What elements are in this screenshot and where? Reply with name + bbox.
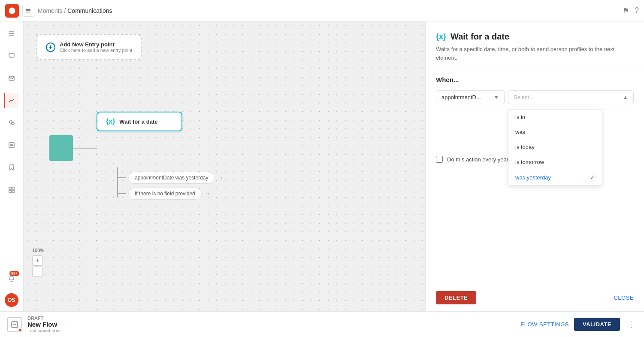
canvas-area[interactable]: + Add New Entry point Click here to add … bbox=[24, 21, 425, 311]
sidebar-item-bookmarks[interactable] bbox=[4, 160, 19, 175]
svg-rect-16 bbox=[9, 190, 11, 192]
svg-rect-14 bbox=[9, 187, 11, 189]
panel-title-text: Wait for a date bbox=[450, 32, 509, 42]
branch-arrow-2: → bbox=[204, 190, 210, 197]
right-panel: {x} Wait for a date Waits for a specific… bbox=[425, 21, 644, 311]
when-condition-row: appointmentD... ▼ Select... ▲ is in bbox=[436, 90, 634, 104]
panel-title: {x} Wait for a date bbox=[436, 32, 634, 42]
select-placeholder: Select... bbox=[514, 94, 534, 100]
dropdown-item-is-tomorrow[interactable]: is tomorrow bbox=[508, 155, 602, 170]
main-layout: 99+ DS + Add New Entry point Click here … bbox=[0, 21, 644, 311]
dropdown-menu: is in was is today is tomorrow was yeste bbox=[508, 109, 602, 185]
branch-row-1: appointmentDate was yesterday → bbox=[117, 172, 223, 184]
sidebar-item-segments[interactable] bbox=[4, 115, 19, 131]
sidebar-item-email[interactable] bbox=[4, 70, 19, 86]
breadcrumb: Moments / Communications bbox=[38, 7, 112, 14]
zoom-in-button[interactable]: + bbox=[32, 255, 42, 266]
svg-rect-7 bbox=[9, 53, 14, 57]
node-label: Wait for a date bbox=[119, 118, 157, 125]
svg-rect-8 bbox=[9, 76, 14, 80]
branch-arrow-1: → bbox=[217, 174, 223, 181]
more-options-button[interactable]: ⋮ bbox=[625, 319, 637, 331]
active-indicator bbox=[4, 93, 5, 108]
svg-rect-11 bbox=[9, 143, 14, 148]
flag-icon[interactable]: ⚑ bbox=[623, 6, 629, 15]
sidebar: 99+ DS bbox=[0, 21, 24, 311]
help-icon[interactable]: ? bbox=[635, 6, 639, 15]
svg-rect-17 bbox=[12, 190, 14, 192]
select-dropdown-trigger[interactable]: Select... ▲ bbox=[508, 90, 634, 104]
connector-line bbox=[73, 148, 97, 149]
bottom-right-actions: FLOW SETTINGS VALIDATE ⋮ bbox=[520, 318, 637, 331]
field-dropdown[interactable]: appointmentD... ▼ bbox=[436, 90, 505, 104]
when-label: When... bbox=[436, 76, 634, 83]
notification-badge: 99+ bbox=[9, 271, 19, 276]
sidebar-item-chat[interactable] bbox=[4, 48, 19, 64]
delete-button[interactable]: DELETE bbox=[436, 291, 476, 304]
sidebar-item-analytics[interactable] bbox=[4, 93, 19, 108]
flow-settings-button[interactable]: FLOW SETTINGS bbox=[520, 321, 569, 328]
sidebar-item-avatar[interactable]: DS bbox=[5, 293, 18, 307]
panel-header: {x} Wait for a date Waits for a specific… bbox=[426, 21, 644, 67]
sidebar-item-notification[interactable]: 99+ bbox=[4, 271, 19, 286]
flow-icon-wrap bbox=[7, 317, 22, 332]
canvas-controls: 100% + − bbox=[32, 248, 44, 277]
zoom-level: 100% bbox=[32, 248, 44, 253]
svg-rect-15 bbox=[12, 187, 14, 189]
svg-point-0 bbox=[9, 7, 15, 14]
svg-point-10 bbox=[12, 122, 14, 125]
validate-button[interactable]: VALIDATE bbox=[574, 318, 620, 331]
topbar: Moments / Communications ⚑ ? bbox=[0, 0, 644, 21]
collapse-button[interactable] bbox=[22, 5, 34, 17]
add-entry-card[interactable]: + Add New Entry point Click here to add … bbox=[36, 34, 142, 60]
branch-pill-2[interactable]: If there is no field provided bbox=[128, 188, 202, 200]
app-logo[interactable] bbox=[5, 4, 19, 18]
panel-body: When... appointmentD... ▼ Select... ▲ is bbox=[426, 67, 644, 284]
entry-card-text: Add New Entry point Click here to add a … bbox=[60, 41, 132, 53]
branch-h-line-1 bbox=[117, 177, 126, 178]
branch-pill-1[interactable]: appointmentDate was yesterday bbox=[128, 172, 215, 184]
draft-label: DRAFT bbox=[27, 316, 60, 321]
checkbox-label: Do this action every year f bbox=[447, 156, 511, 163]
field-chevron-icon: ▼ bbox=[493, 94, 499, 100]
dropdown-item-was[interactable]: was bbox=[508, 124, 602, 140]
branch-h-line-2 bbox=[117, 193, 126, 194]
add-entry-icon: + bbox=[46, 43, 55, 52]
select-dropdown-container: Select... ▲ is in was is today bbox=[508, 90, 634, 104]
panel-footer: DELETE CLOSE bbox=[426, 284, 644, 311]
wait-for-date-node[interactable]: {x} Wait for a date bbox=[97, 112, 182, 131]
check-icon: ✓ bbox=[590, 174, 595, 181]
close-button[interactable]: CLOSE bbox=[614, 294, 634, 301]
panel-description: Waits for a specific date, time, or both… bbox=[436, 45, 634, 62]
zoom-out-button[interactable]: − bbox=[32, 267, 42, 277]
dropdown-item-was-yesterday[interactable]: was yesterday ✓ bbox=[508, 170, 602, 185]
connector-block bbox=[49, 135, 73, 161]
flow-info: DRAFT New Flow Last saved now bbox=[27, 316, 60, 333]
last-saved-text: Last saved now bbox=[27, 328, 60, 333]
bottom-bar: DRAFT New Flow Last saved now FLOW SETTI… bbox=[0, 311, 644, 337]
dropdown-item-is-in[interactable]: is in bbox=[508, 109, 602, 124]
node-icon: {x} bbox=[106, 118, 115, 125]
dropdown-item-is-today[interactable]: is today bbox=[508, 140, 602, 155]
bottom-divider bbox=[69, 317, 69, 332]
every-year-checkbox[interactable] bbox=[436, 156, 443, 163]
topbar-actions: ⚑ ? bbox=[623, 6, 639, 15]
node-box[interactable]: {x} Wait for a date bbox=[97, 112, 182, 131]
panel-title-icon: {x} bbox=[436, 32, 446, 41]
sidebar-item-lists[interactable] bbox=[4, 137, 19, 153]
branch-row-2: If there is no field provided → bbox=[117, 188, 210, 200]
flow-name[interactable]: New Flow bbox=[27, 321, 60, 328]
sidebar-item-menu[interactable] bbox=[4, 26, 19, 41]
flow-icon-dot bbox=[18, 328, 22, 332]
chevron-up-icon: ▲ bbox=[623, 94, 628, 100]
sidebar-item-grid[interactable] bbox=[4, 182, 19, 197]
